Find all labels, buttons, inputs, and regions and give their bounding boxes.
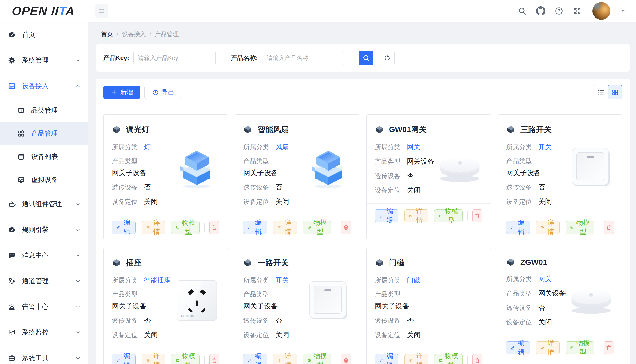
device-list-icon [16, 152, 26, 162]
delete-button[interactable] [472, 210, 482, 222]
delete-button[interactable] [341, 354, 351, 364]
thing-model-button[interactable]: 物模型 [171, 354, 200, 364]
sidebar-item-product-management[interactable]: 产品管理 [0, 122, 89, 145]
thing-model-button[interactable]: 物模型 [566, 341, 594, 354]
card-actions: 编辑 详情 物模型 [498, 215, 622, 239]
thing-model-button[interactable]: 物模型 [303, 354, 331, 364]
fullscreen-icon[interactable] [573, 6, 582, 16]
delete-button[interactable] [209, 221, 220, 234]
category-link[interactable]: 门磁 [407, 276, 420, 285]
thing-model-button[interactable]: 物模型 [303, 221, 331, 234]
grid-view-button[interactable] [608, 85, 622, 99]
detail-button[interactable]: 详情 [404, 210, 428, 222]
product-cube-icon [375, 258, 384, 268]
category-link[interactable]: 开关 [275, 276, 289, 285]
sidebar-item-device-access[interactable]: 设备接入 [0, 73, 89, 99]
category-link[interactable]: 网关 [407, 142, 420, 152]
detail-button[interactable]: 详情 [273, 354, 297, 364]
detail-button[interactable]: 详情 [536, 221, 560, 234]
product-cube-icon [112, 258, 121, 268]
edit-button[interactable]: 编辑 [243, 221, 267, 234]
delete-button[interactable] [472, 354, 482, 364]
product-cube-icon [375, 125, 384, 134]
detail-button[interactable]: 详情 [536, 341, 560, 354]
actions-divider [467, 356, 468, 364]
edit-button[interactable]: 编辑 [243, 354, 267, 364]
category-link[interactable]: 开关 [538, 142, 552, 152]
sidebar-item-communication-components[interactable]: 通讯组件管理 [0, 192, 89, 217]
edit-button[interactable]: 编辑 [375, 354, 399, 364]
sidebar-collapse-button[interactable] [95, 4, 108, 18]
category-link[interactable]: 风扇 [275, 142, 289, 152]
product-name-input[interactable] [262, 51, 344, 65]
edit-button[interactable]: 编辑 [506, 341, 530, 354]
edit-button[interactable]: 编辑 [112, 221, 136, 234]
actions-divider [204, 356, 205, 364]
model-box-icon [439, 213, 443, 219]
delete-button[interactable] [209, 354, 220, 364]
delete-button[interactable] [341, 221, 351, 234]
sidebar-item-message-center[interactable]: 消息中心 [0, 243, 89, 268]
sidebar-item-rule-engine[interactable]: 规则引擎 [0, 217, 89, 243]
product-key-input[interactable] [133, 51, 216, 65]
detail-button[interactable]: 详情 [404, 354, 428, 364]
logo-text: OPEN IITA [12, 4, 75, 18]
delete-button[interactable] [604, 221, 614, 234]
edit-button[interactable]: 编辑 [506, 221, 530, 234]
github-icon[interactable] [536, 6, 545, 16]
model-box-icon [570, 224, 574, 230]
thing-model-button[interactable]: 物模型 [434, 210, 463, 222]
product-name: 门磁 [389, 258, 405, 268]
pencil-icon [379, 213, 383, 219]
breadcrumb-product-management: 产品管理 [155, 30, 179, 38]
message-icon [7, 250, 17, 260]
thing-model-button[interactable]: 物模型 [566, 221, 594, 234]
breadcrumb: 首页 / 设备接入 / 产品管理 [101, 30, 629, 38]
gear-icon [7, 56, 17, 66]
list-view-button[interactable] [594, 85, 608, 99]
product-name: 调光灯 [126, 124, 149, 135]
thing-model-button[interactable]: 物模型 [171, 221, 200, 234]
product-card: 插座 所属分类智能插座 产品类型网关子设备 透传设备否 设备定位关闭 SIEME… [103, 248, 228, 364]
export-button[interactable]: 导出 [144, 86, 182, 99]
search-icon[interactable] [518, 6, 527, 16]
help-icon[interactable] [554, 6, 564, 16]
sidebar-item-category-management[interactable]: 品类管理 [0, 99, 89, 122]
chevron-down-icon [75, 278, 81, 284]
category-link[interactable]: 网关 [538, 274, 552, 284]
category-link[interactable]: 灯 [144, 142, 151, 152]
sidebar-item-device-list[interactable]: 设备列表 [0, 145, 89, 168]
detail-button[interactable]: 详情 [142, 221, 165, 234]
user-avatar[interactable] [592, 2, 610, 20]
product-key-label: 产品Key: [103, 54, 129, 62]
refresh-button[interactable] [380, 51, 394, 65]
sidebar-item-virtual-device[interactable]: 虚拟设备 [0, 168, 89, 192]
product-name: 插座 [126, 258, 142, 268]
delete-button[interactable] [604, 341, 614, 354]
edit-button[interactable]: 编辑 [112, 354, 136, 364]
search-button[interactable] [359, 51, 373, 65]
pencil-icon [116, 358, 120, 364]
add-button[interactable]: 新增 [103, 86, 140, 99]
category-link[interactable]: 智能插座 [144, 276, 171, 285]
breadcrumb-device-access[interactable]: 设备接入 [122, 30, 146, 38]
breadcrumb-home[interactable]: 首页 [101, 30, 113, 38]
card-actions: 编辑 详情 物模型 [498, 336, 622, 360]
sidebar-item-channel-management[interactable]: 通道管理 [0, 268, 89, 294]
thing-model-button[interactable]: 物模型 [434, 354, 463, 364]
product-cube-icon [243, 125, 253, 134]
app-root: OPEN IITA [0, 0, 636, 364]
sidebar-item-system-management[interactable]: 系统管理 [0, 48, 89, 73]
edit-button[interactable]: 编辑 [375, 210, 399, 222]
puzzle-icon [7, 199, 17, 209]
trash-icon [474, 213, 481, 219]
model-box-icon [307, 358, 311, 364]
sidebar-item-home[interactable]: 首页 [0, 22, 89, 48]
sidebar-item-alarm-center[interactable]: 告警中心 [0, 294, 89, 320]
detail-button[interactable]: 详情 [142, 354, 165, 364]
user-menu-caret-icon[interactable] [620, 8, 626, 14]
info-row-location: 设备定位关闭 [112, 197, 220, 206]
sidebar-item-system-monitor[interactable]: 系统监控 [0, 320, 89, 345]
sidebar-item-system-tools[interactable]: 系统工具 [0, 345, 89, 364]
detail-button[interactable]: 详情 [273, 221, 297, 234]
